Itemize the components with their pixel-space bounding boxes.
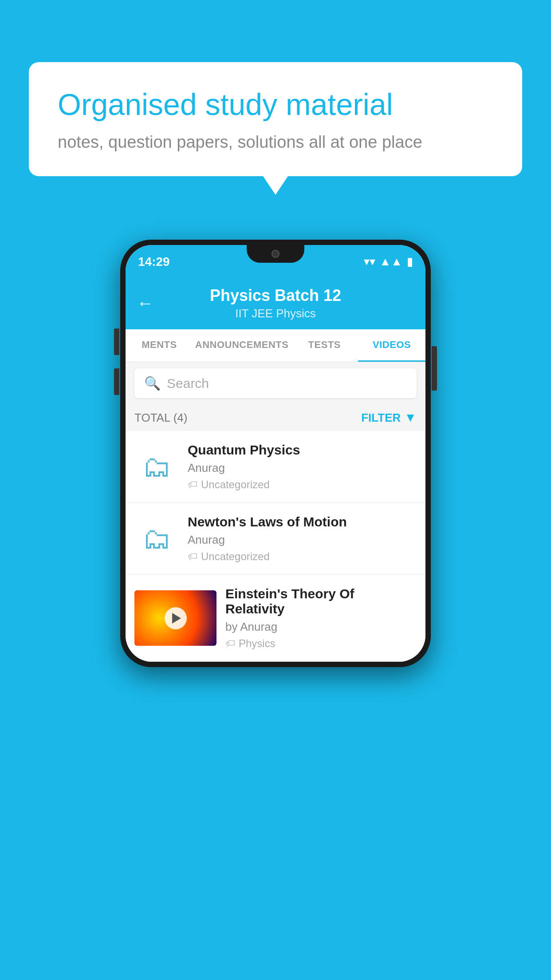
volume-down-button[interactable] (114, 368, 119, 395)
video-info: Newton's Laws of Motion Anurag 🏷 Uncateg… (188, 514, 417, 563)
phone-notch (247, 245, 304, 263)
video-tag: 🏷 Uncategorized (188, 478, 417, 491)
search-bar[interactable]: 🔍 Search (134, 368, 417, 398)
camera (272, 250, 279, 258)
back-button[interactable]: ← (137, 294, 153, 313)
video-tag: 🏷 Uncategorized (188, 550, 417, 563)
screen-subtitle: IIT JEE Physics (210, 307, 341, 320)
phone: 14:29 ▾▾ ▲▲ ▮ ← Physics Batch 12 IIT JEE… (120, 240, 431, 667)
tag-icon: 🏷 (225, 638, 235, 649)
tab-tests[interactable]: TESTS (291, 329, 358, 362)
speech-bubble-title: Organised study material (58, 87, 493, 123)
screen-title: Physics Batch 12 (210, 286, 341, 305)
tab-ments[interactable]: MENTS (126, 329, 193, 362)
play-icon (172, 613, 181, 624)
folder-icon: 🗂 (142, 522, 171, 555)
list-item[interactable]: 🗂 Newton's Laws of Motion Anurag 🏷 Uncat… (126, 503, 425, 575)
video-list: 🗂 Quantum Physics Anurag 🏷 Uncategorized (126, 431, 425, 662)
video-title: Einstein's Theory Of Relativity (225, 586, 417, 616)
video-info: Quantum Physics Anurag 🏷 Uncategorized (188, 443, 417, 491)
total-count-label: TOTAL (4) (134, 411, 187, 425)
tag-icon: 🏷 (188, 479, 197, 490)
volume-up-button[interactable] (114, 328, 119, 355)
filter-label: FILTER (361, 411, 401, 425)
video-author: by Anurag (225, 620, 417, 634)
folder-icon-wrap: 🗂 (134, 449, 179, 485)
status-bar: 14:29 ▾▾ ▲▲ ▮ (126, 245, 425, 278)
play-button[interactable] (165, 607, 187, 629)
tag-label: Uncategorized (201, 550, 270, 563)
battery-icon: ▮ (407, 255, 413, 269)
video-thumbnail (134, 590, 216, 646)
video-author: Anurag (188, 533, 417, 547)
video-title: Newton's Laws of Motion (188, 514, 417, 530)
tab-announcements[interactable]: ANNOUNCEMENTS (193, 329, 291, 362)
folder-icon-wrap: 🗂 (134, 521, 179, 557)
tabs-bar: MENTS ANNOUNCEMENTS TESTS VIDEOS (126, 329, 425, 362)
app-bar: ← Physics Batch 12 IIT JEE Physics (126, 278, 425, 329)
filter-bar: TOTAL (4) FILTER ▼ (126, 404, 425, 431)
phone-screen: 14:29 ▾▾ ▲▲ ▮ ← Physics Batch 12 IIT JEE… (126, 245, 425, 662)
search-container: 🔍 Search (126, 362, 425, 404)
tag-icon: 🏷 (188, 551, 197, 562)
list-item[interactable]: 🗂 Quantum Physics Anurag 🏷 Uncategorized (126, 431, 425, 503)
search-icon: 🔍 (144, 375, 161, 391)
search-input[interactable]: Search (167, 376, 209, 391)
wifi-icon: ▾▾ (364, 255, 375, 269)
status-icons: ▾▾ ▲▲ ▮ (364, 255, 413, 269)
filter-icon: ▼ (404, 411, 417, 425)
power-button[interactable] (432, 346, 437, 391)
app-bar-title-group: Physics Batch 12 IIT JEE Physics (210, 286, 341, 320)
video-info: Einstein's Theory Of Relativity by Anura… (225, 586, 417, 650)
speech-bubble-subtitle: notes, question papers, solutions all at… (58, 133, 493, 152)
tag-label: Physics (239, 637, 276, 650)
tab-videos[interactable]: VIDEOS (358, 329, 425, 362)
speech-bubble: Organised study material notes, question… (29, 62, 522, 176)
video-title: Quantum Physics (188, 443, 417, 458)
speech-bubble-container: Organised study material notes, question… (29, 62, 522, 176)
folder-icon: 🗂 (142, 450, 171, 483)
status-time: 14:29 (138, 255, 170, 269)
signal-icon: ▲▲ (380, 255, 402, 269)
video-author: Anurag (188, 461, 417, 475)
video-tag: 🏷 Physics (225, 637, 417, 650)
phone-outer: 14:29 ▾▾ ▲▲ ▮ ← Physics Batch 12 IIT JEE… (120, 240, 431, 667)
list-item[interactable]: Einstein's Theory Of Relativity by Anura… (126, 575, 425, 662)
tag-label: Uncategorized (201, 478, 270, 491)
filter-button[interactable]: FILTER ▼ (361, 411, 417, 425)
